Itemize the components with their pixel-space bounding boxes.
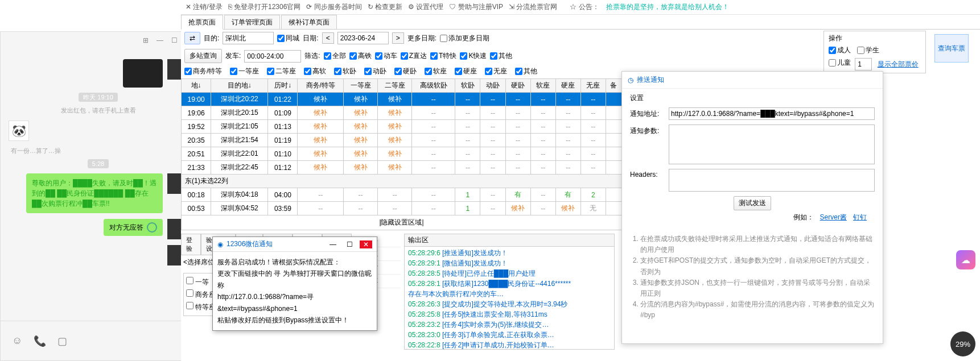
- swap-button[interactable]: ⇄: [184, 32, 200, 44]
- test-send-button[interactable]: 测试发送: [734, 196, 771, 210]
- train-filter[interactable]: K快速: [460, 51, 487, 61]
- seat-filter[interactable]: 动卧: [364, 67, 386, 76]
- seat-filter[interactable]: 商务/特等: [184, 67, 222, 76]
- toolbar-item[interactable]: ✕ 注销/登录: [186, 3, 223, 11]
- seat-filter[interactable]: 硬座: [455, 67, 477, 76]
- toolbar-item[interactable]: ⚙ 设置代理: [408, 3, 443, 11]
- eg-label: 例如：: [793, 213, 814, 221]
- train-filter[interactable]: T特快: [430, 51, 456, 61]
- seat-filter[interactable]: 二等座: [267, 67, 296, 76]
- same-city-check[interactable]: 同城: [277, 34, 299, 43]
- progress-badge: 29%: [950, 331, 975, 356]
- push-note: 分流的消息内容为#bypass#，如需使用分流的消息内容，可将参数的值定义为#b…: [640, 299, 875, 321]
- bottom-tab[interactable]: 登验: [181, 234, 201, 255]
- main-tab[interactable]: 订单管理页面: [224, 15, 280, 29]
- table-header[interactable]: 软座: [530, 79, 555, 93]
- popup-min[interactable]: —: [326, 240, 340, 248]
- child-count[interactable]: [855, 58, 872, 70]
- chat-max-icon[interactable]: ☐: [171, 36, 178, 44]
- table-header[interactable]: 硬座: [555, 79, 580, 93]
- table-header[interactable]: 备: [606, 79, 621, 93]
- table-header[interactable]: 动卧: [480, 79, 505, 93]
- toolbar-item[interactable]: ⇲ 分流抢票官网: [509, 3, 557, 11]
- output-panel: 输出区 05:28:29:6 [推送通知]发送成功！05:28:29:1 [微信…: [404, 234, 615, 350]
- toolbar-item[interactable]: ♡ 赞助与注册VIP: [449, 3, 503, 11]
- table-header[interactable]: 软卧: [455, 79, 480, 93]
- link-dingtalk[interactable]: 钉钉: [853, 213, 867, 221]
- filter-label: 筛选:: [304, 51, 320, 61]
- hidden-area-toggle[interactable]: |隐藏设置区域|: [181, 215, 622, 230]
- push-dialog: ◷推送通知 设置 通知地址: 通知参数: Headers: 测试发送 例如： S…: [621, 71, 883, 344]
- table-header[interactable]: 高级软卧: [412, 79, 455, 93]
- multi-station-button[interactable]: 多站查询: [184, 49, 222, 63]
- video-icon[interactable]: ▢: [57, 335, 67, 347]
- date-next[interactable]: >: [392, 32, 404, 44]
- table-row[interactable]: 19:52深圳北21:0501:13候补候补候补--------------: [182, 120, 622, 134]
- popup-close[interactable]: ✕: [360, 240, 372, 248]
- chat-image[interactable]: [123, 59, 163, 88]
- adult-check[interactable]: 成人: [829, 45, 851, 55]
- call-icon[interactable]: 📞: [34, 335, 46, 347]
- table-header[interactable]: 目的地↓: [211, 79, 268, 93]
- table-header[interactable]: 地↓: [182, 79, 211, 93]
- seat-filter[interactable]: 高软: [304, 67, 326, 76]
- param-label: 通知参数:: [630, 125, 664, 136]
- table-header[interactable]: 历时↓: [268, 79, 298, 93]
- log-line: 05:28:28:5 [待处理]已停止任███用户处理: [408, 268, 611, 279]
- table-row[interactable]: 00:18深圳东04:1804:00--------1--有--有2: [182, 188, 622, 202]
- chat-pin-icon[interactable]: ⊞: [143, 36, 149, 44]
- table-row[interactable]: 19:00深圳北20:2201:22候补候补候补--------------: [182, 93, 622, 106]
- show-all-link[interactable]: 显示全部票价: [878, 60, 919, 68]
- log-line: 05:28:28:1 [获取结果]1230████民身份证--4416*****…: [408, 279, 611, 289]
- table-header[interactable]: 商务/特等: [298, 79, 344, 93]
- dest-input[interactable]: [223, 32, 274, 44]
- popup-max[interactable]: ☐: [343, 240, 356, 248]
- train-filter[interactable]: 全部: [324, 51, 346, 61]
- train-filter[interactable]: 其他: [490, 51, 512, 61]
- table-header[interactable]: 二等座: [378, 79, 412, 93]
- chat-no-answer[interactable]: 对方无应答: [104, 219, 163, 236]
- headers-input[interactable]: [669, 169, 875, 192]
- addr-input[interactable]: [669, 107, 875, 120]
- student-check[interactable]: 学生: [857, 45, 879, 55]
- main-tab[interactable]: 抢票页面: [181, 15, 223, 30]
- depart-time-input[interactable]: [244, 50, 301, 63]
- train-filter[interactable]: Z直达: [401, 51, 427, 61]
- toolbar-item[interactable]: ↻ 检查更新: [368, 3, 402, 11]
- date-input[interactable]: [337, 32, 389, 44]
- table-row[interactable]: 00:53深圳东04:5203:59--------1--候补--候补无: [182, 202, 622, 215]
- seat-filter[interactable]: 其他: [515, 67, 537, 76]
- param-input[interactable]: [669, 125, 875, 164]
- table-header[interactable]: 无座: [580, 79, 606, 93]
- emoji-icon[interactable]: ☺: [12, 335, 22, 347]
- chat-date: 昨天 19:10: [79, 93, 118, 102]
- table-header[interactable]: 硬卧: [505, 79, 530, 93]
- add-dates-check[interactable]: 添加更多日期: [440, 34, 489, 43]
- chat-caption: 有一份…算了…操: [11, 147, 188, 155]
- table-row[interactable]: 19:06深圳北20:1501:09候补候补候补--------------: [182, 106, 622, 120]
- table-row[interactable]: 20:35深圳北21:5401:19候补候补候补--------------: [182, 134, 622, 147]
- cloud-icon[interactable]: ☁: [956, 250, 975, 269]
- train-filter[interactable]: 高铁: [349, 51, 372, 61]
- seat-filter[interactable]: 硬卧: [394, 67, 417, 76]
- seat-filter[interactable]: 一等座: [230, 67, 259, 76]
- toolbar-item[interactable]: ⎘ 免登录打开12306官网: [228, 3, 301, 11]
- chat-min-icon[interactable]: —: [157, 36, 163, 44]
- seat-filter[interactable]: 软座: [425, 67, 447, 76]
- child-check[interactable]: 儿童: [829, 58, 851, 68]
- table-row[interactable]: 20:51深圳北22:0101:10候补候补候补--------------: [182, 147, 622, 161]
- table-group[interactable]: 东(1)未选22列: [182, 175, 622, 188]
- toolbar-item[interactable]: ⟳ 同步服务器时间: [306, 3, 361, 11]
- link-serverchan[interactable]: Server酱: [820, 213, 847, 221]
- seat-filter[interactable]: 软卧: [334, 67, 356, 76]
- train-filter[interactable]: 动车: [375, 51, 397, 61]
- table-header[interactable]: 一等座: [344, 79, 378, 93]
- popup-title: 12306微信通知: [227, 239, 323, 249]
- table-row[interactable]: 21:33深圳北22:4501:12候补候补候补--------------: [182, 161, 622, 175]
- date-prev[interactable]: <: [322, 32, 334, 44]
- log-line: 05:28:22:8 [任务2]申请订单成功,开始校验订单…: [408, 340, 611, 349]
- seat-filter[interactable]: 无座: [485, 67, 507, 76]
- log-line: 05:28:29:1 [微信通知]发送成功！: [408, 258, 611, 268]
- query-button[interactable]: 查询车票: [934, 34, 969, 63]
- main-tab[interactable]: 候补订单页面: [281, 15, 337, 29]
